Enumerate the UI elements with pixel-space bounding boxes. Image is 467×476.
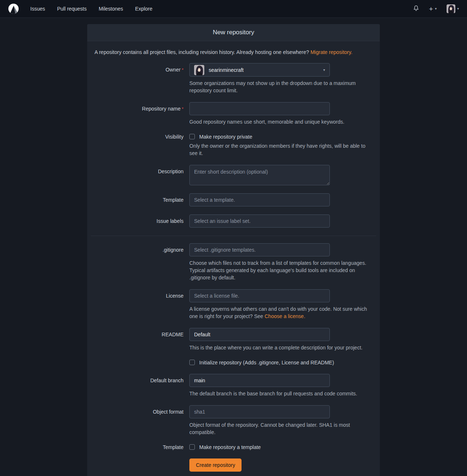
owner-label: Owner* — [94, 63, 184, 94]
plus-icon: + — [429, 5, 433, 12]
repository-name-field: Repository name* Good repository names u… — [94, 102, 373, 125]
navbar-right: + ▾ ▾ — [413, 4, 459, 13]
nav-item-issues[interactable]: Issues — [30, 6, 45, 12]
nav-item-pull-requests[interactable]: Pull requests — [57, 6, 86, 12]
chevron-down-icon: ▾ — [323, 68, 325, 72]
user-avatar — [447, 4, 455, 13]
create-new-dropdown[interactable]: + ▾ — [429, 5, 437, 12]
owner-selected-value: searinminecraft — [209, 67, 244, 73]
owner-field: Owner* searinminecraft — [94, 63, 373, 94]
object-format-select[interactable]: sha1 — [189, 405, 330, 418]
repository-name-input[interactable] — [189, 102, 330, 115]
default-branch-field: Default branch The default branch is the… — [94, 374, 373, 397]
visibility-field: Visibility Make repository private Only … — [94, 133, 373, 157]
make-template-checkbox-row[interactable]: Make repository a template — [189, 444, 372, 450]
readme-help-text: This is the place where you can write a … — [189, 344, 372, 351]
make-private-checkbox[interactable] — [189, 134, 195, 139]
bell-icon — [413, 5, 419, 12]
new-repository-form: A repository contains all project files,… — [87, 41, 380, 476]
object-format-help-text: Object format of the repository. Cannot … — [189, 421, 372, 436]
license-help-text: A license governs what others can and ca… — [189, 305, 372, 320]
section-divider — [91, 236, 376, 236]
create-repository-button[interactable]: Create repository — [189, 458, 242, 472]
readme-select[interactable]: Default — [189, 328, 330, 341]
template-checkbox-label-col: Template — [94, 444, 184, 450]
owner-avatar — [194, 65, 204, 75]
owner-label-text: Owner — [166, 67, 181, 73]
template-select[interactable]: Select a template. — [189, 193, 330, 206]
init-repository-empty-label — [94, 359, 184, 366]
object-format-label: Object format — [94, 405, 184, 436]
init-repository-checkbox[interactable] — [189, 360, 195, 365]
chevron-down-icon: ▾ — [457, 7, 459, 11]
gitignore-label: .gitignore — [94, 243, 184, 281]
issue-labels-placeholder: Select an issue label set. — [194, 218, 251, 224]
init-repository-field: Initialize repository (Adds .gitignore, … — [94, 359, 373, 366]
make-private-checkbox-label: Make repository private — [199, 133, 252, 140]
template-select-field: Template Select a template. — [94, 193, 373, 206]
submit-row: Create repository — [94, 458, 373, 472]
nav-item-explore[interactable]: Explore — [135, 6, 152, 12]
repository-name-label: Repository name* — [94, 102, 184, 125]
user-menu-dropdown[interactable]: ▾ — [447, 4, 459, 13]
object-format-selected-value: sha1 — [194, 409, 205, 415]
default-branch-help-text: The default branch is the base branch fo… — [189, 390, 372, 397]
license-field: License Select a license file. A license… — [94, 289, 373, 320]
site-logo-icon[interactable] — [8, 3, 19, 14]
migrate-repository-link[interactable]: Migrate repository. — [310, 49, 352, 55]
default-branch-label: Default branch — [94, 374, 184, 397]
readme-field: README Default This is the place where y… — [94, 328, 373, 351]
required-asterisk: * — [182, 67, 184, 73]
visibility-help-text: Only the owner or the organization membe… — [189, 142, 372, 157]
make-private-checkbox-row[interactable]: Make repository private — [189, 133, 372, 140]
chevron-down-icon: ▾ — [435, 7, 437, 11]
top-navbar: Issues Pull requests Milestones Explore … — [0, 0, 467, 18]
repository-name-label-text: Repository name — [142, 106, 181, 112]
notifications-button[interactable] — [413, 5, 419, 12]
owner-help-text: Some organizations may not show up in th… — [189, 80, 372, 94]
readme-label: README — [94, 328, 184, 351]
make-template-checkbox-label: Make repository a template — [199, 444, 261, 450]
init-repository-checkbox-label: Initialize repository (Adds .gitignore, … — [199, 359, 334, 366]
issue-labels-field: Issue labels Select an issue label set. — [94, 214, 373, 228]
choose-a-license-link[interactable]: Choose a license. — [265, 313, 305, 319]
owner-select[interactable]: searinminecraft ▾ — [189, 63, 330, 77]
gitignore-select[interactable]: Select .gitignore templates. — [189, 243, 330, 256]
visibility-label: Visibility — [94, 133, 184, 157]
default-branch-input[interactable] — [189, 374, 330, 387]
nav-links: Issues Pull requests Milestones Explore — [30, 6, 153, 12]
license-placeholder: Select a license file. — [194, 293, 239, 299]
template-select-placeholder: Select a template. — [194, 197, 235, 203]
new-repository-card: New repository A repository contains all… — [87, 24, 380, 476]
description-field: Description — [94, 165, 373, 185]
readme-selected-value: Default — [194, 332, 210, 337]
template-checkbox-field: Template Make repository a template — [94, 444, 373, 450]
object-format-field: Object format sha1 Object format of the … — [94, 405, 373, 436]
make-template-checkbox[interactable] — [189, 444, 195, 450]
intro-sentence: A repository contains all project files,… — [94, 49, 309, 55]
license-select[interactable]: Select a license file. — [189, 289, 330, 302]
repository-name-help-text: Good repository names use short, memorab… — [189, 118, 372, 125]
description-label: Description — [94, 165, 184, 185]
gitignore-field: .gitignore Select .gitignore templates. … — [94, 243, 373, 281]
nav-item-milestones[interactable]: Milestones — [99, 6, 123, 12]
page-title: New repository — [87, 24, 380, 41]
license-label: License — [94, 289, 184, 320]
init-repository-checkbox-row[interactable]: Initialize repository (Adds .gitignore, … — [189, 359, 372, 366]
intro-text: A repository contains all project files,… — [94, 49, 373, 56]
template-select-label: Template — [94, 193, 184, 206]
issue-labels-select[interactable]: Select an issue label set. — [189, 214, 330, 228]
issue-labels-label: Issue labels — [94, 214, 184, 228]
gitignore-placeholder: Select .gitignore templates. — [194, 247, 256, 253]
description-textarea[interactable] — [189, 165, 330, 185]
gitignore-help-text: Choose which files not to track from a l… — [189, 259, 372, 281]
required-asterisk: * — [182, 106, 184, 112]
